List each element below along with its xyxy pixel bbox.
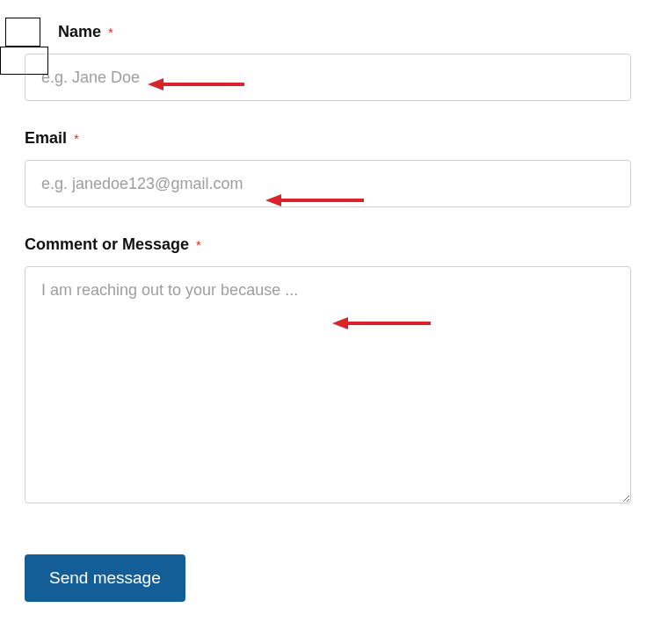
message-required-indicator: * <box>196 237 201 252</box>
name-field-group: Name * <box>25 23 643 101</box>
email-field-group: Email * <box>25 129 643 207</box>
message-field-group: Comment or Message * <box>25 235 643 507</box>
email-label-text: Email <box>25 129 67 147</box>
name-input[interactable] <box>25 54 631 101</box>
decorative-box-2 <box>0 47 48 75</box>
email-label: Email * <box>25 129 79 148</box>
name-required-indicator: * <box>108 25 113 40</box>
message-label-text: Comment or Message <box>25 235 189 253</box>
message-label: Comment or Message * <box>25 235 201 254</box>
contact-form: Name * Email * Comment or Message * Send… <box>0 0 668 619</box>
decorative-box-1 <box>5 18 40 47</box>
email-input[interactable] <box>25 160 631 207</box>
send-message-button[interactable]: Send message <box>25 554 185 602</box>
email-required-indicator: * <box>74 131 79 146</box>
name-label-text: Name <box>58 23 101 40</box>
name-label: Name * <box>58 23 113 41</box>
message-textarea[interactable] <box>25 266 631 503</box>
